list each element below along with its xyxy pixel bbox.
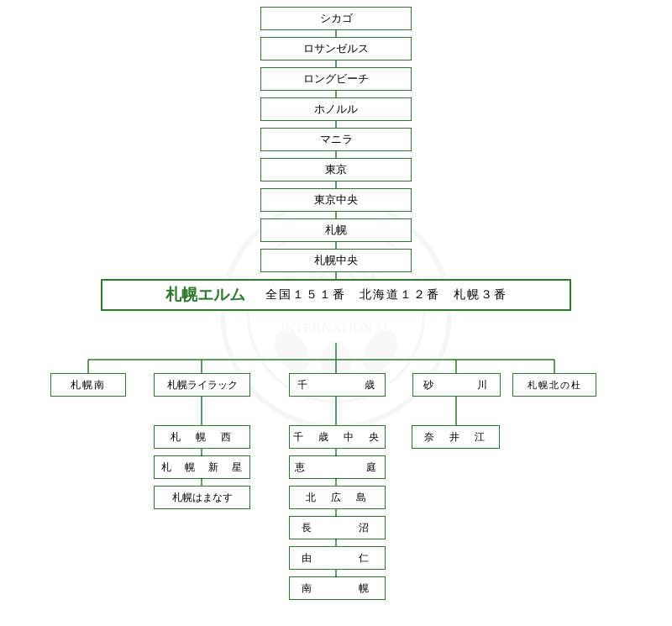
child-naie: 奈 井 江 [412,425,500,449]
child-sapporoshinnsei: 札 幌 新 星 [154,455,250,479]
node-manila: マニラ [260,128,412,151]
child-sapporohamanasu: 札幌はまなす [154,486,250,509]
branch-kitanomori-label: 札幌北の杜 [528,379,582,392]
main-node: 札幌エルム 全国１５１番 北海道１２番 札幌３番 [101,279,571,311]
child-sapporonishi-label: 札 幌 西 [171,430,234,445]
branch-chitose-label: 千 歳 [297,378,378,392]
branch-chitose: 千 歳 [289,373,386,397]
branch-sunagawa: 砂 川 [412,373,501,397]
branch-lilac-label: 札幌ライラック [167,378,238,392]
node-honolulu: ホノルル [260,97,412,121]
node-tokyo: 東京 [260,158,412,181]
child-naganuma-label: 長 沼 [302,521,373,535]
child-naganuma: 長 沼 [289,516,386,539]
child-chitosecentral-label: 千 歳 中 央 [293,430,381,445]
main-node-sub: 全国１５１番 北海道１２番 札幌３番 [265,287,507,302]
node-chicago: シカゴ [260,7,412,30]
branch-sapporominami-label: 札幌南 [71,378,106,392]
child-sapporonishi: 札 幌 西 [154,425,250,449]
child-sapporoshinnsei-label: 札 幌 新 星 [161,460,244,475]
child-sapporohamanasu-label: 札幌はまなす [172,491,233,505]
node-losangeles: ロサンゼルス [260,37,412,60]
branch-sapporominami: 札幌南 [50,373,126,397]
node-sapporocentral: 札幌中央 [260,249,412,272]
child-kitahiroshima: 北 広 島 [289,486,386,509]
child-nanporo-label: 南 幌 [302,581,373,596]
child-eniwa: 恵 庭 [289,455,386,479]
node-sapporo: 札幌 [260,218,412,242]
child-eniwa-label: 恵 庭 [295,460,381,475]
branch-lilac: 札幌ライラック [154,373,250,397]
node-tokyocentral: 東京中央 [260,188,412,212]
child-kitahiroshima-label: 北 広 島 [306,491,369,505]
child-naie-label: 奈 井 江 [424,430,487,445]
branch-sunagawa-label: 砂 川 [423,378,491,392]
main-node-label: 札幌エルム [165,284,245,306]
node-longbeach: ロングビーチ [260,67,412,91]
child-yuni: 由 仁 [289,546,386,570]
child-chitosecentral: 千 歳 中 央 [289,425,386,449]
child-nanporo: 南 幌 [289,576,386,600]
branch-kitanomori: 札幌北の杜 [512,373,596,397]
child-yuni-label: 由 仁 [302,551,373,566]
